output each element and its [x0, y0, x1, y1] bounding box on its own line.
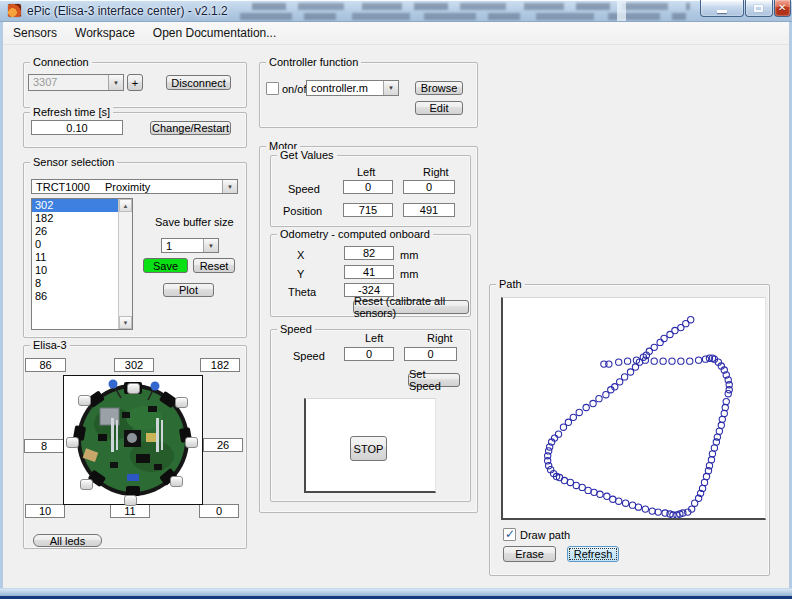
chevron-down-icon: [222, 180, 237, 193]
get-values-right-header: Right: [423, 166, 449, 178]
controller-file-select[interactable]: controller.m: [306, 80, 399, 96]
get-position-right-field[interactable]: 491: [403, 203, 455, 217]
aero-glass-highlight: [617, 0, 626, 22]
change-restart-button[interactable]: Change/Restart: [150, 121, 231, 135]
save-buffer-size-label: Save buffer size: [155, 216, 234, 228]
controller-function-title: Controller function: [266, 56, 361, 68]
disconnect-button[interactable]: Disconnect: [166, 75, 231, 90]
all-leds-button[interactable]: All leds: [33, 534, 102, 547]
led-button-upper-left[interactable]: [78, 395, 91, 406]
get-speed-label: Speed: [288, 183, 320, 195]
menu-sensors[interactable]: Sensors: [5, 23, 65, 43]
get-speed-right-field[interactable]: 0: [403, 180, 455, 194]
sensor-field-bottom-right[interactable]: 0: [199, 504, 239, 518]
add-port-button[interactable]: +: [127, 74, 143, 91]
menu-bar: Sensors Workspace Open Documentation...: [3, 22, 789, 45]
sensor-field-mid-left[interactable]: 8: [24, 439, 64, 453]
refresh-button[interactable]: Refresh: [567, 546, 619, 562]
sensor-values-listbox[interactable]: 302 182 26 0 11 10 8 86: [31, 198, 133, 330]
list-item[interactable]: 302: [32, 199, 132, 212]
window-title: ePic (Elisa-3 interface center) - v2.1.2: [27, 4, 228, 18]
edit-button[interactable]: Edit: [415, 101, 463, 115]
list-item[interactable]: 86: [32, 290, 132, 303]
sensor-selection-title: Sensor selection: [30, 156, 117, 168]
get-position-label: Position: [283, 205, 322, 217]
list-item[interactable]: 26: [32, 225, 132, 238]
odometry-x-label: X: [297, 249, 304, 261]
sensor-field-bottom-left[interactable]: 10: [25, 504, 65, 518]
odometry-y-field[interactable]: 41: [344, 265, 394, 279]
sensor-type-select[interactable]: TRCT1000 Proximity: [31, 179, 238, 194]
sensor-type-value: TRCT1000: [36, 181, 90, 194]
sensor-field-top-center[interactable]: 302: [114, 358, 154, 372]
list-item[interactable]: 10: [32, 264, 132, 277]
led-button-lower-left[interactable]: [80, 479, 93, 490]
reset-calibrate-button[interactable]: Reset (calibrate all sensors): [353, 300, 469, 314]
menu-open-documentation[interactable]: Open Documentation...: [145, 23, 284, 43]
speed-right-header: Right: [427, 332, 453, 344]
get-position-left-field[interactable]: 715: [343, 203, 393, 217]
elisa3-panel-title: Elisa-3: [30, 339, 70, 351]
list-item[interactable]: 8: [32, 277, 132, 290]
buffer-size-select[interactable]: 1: [161, 238, 219, 253]
get-speed-left-field[interactable]: 0: [343, 180, 393, 194]
path-panel-title: Path: [496, 278, 525, 290]
path-plot: [501, 297, 766, 520]
speed-left-header: Left: [365, 332, 383, 344]
draw-path-checkbox[interactable]: [503, 528, 516, 541]
port-value: 3307: [33, 76, 57, 89]
controller-onoff-checkbox[interactable]: [266, 82, 279, 95]
scrollbar[interactable]: [118, 199, 132, 329]
speed-right-field[interactable]: 0: [404, 347, 457, 361]
sensor-field-bottom-center[interactable]: 11: [110, 504, 150, 518]
maximize-button[interactable]: [745, 0, 773, 17]
controller-file-value: controller.m: [311, 82, 368, 95]
list-item[interactable]: 11: [32, 251, 132, 264]
sensor-mode-value: Proximity: [105, 181, 150, 194]
odometry-x-unit: mm: [400, 249, 418, 261]
sensor-field-top-left[interactable]: 86: [25, 358, 66, 372]
led-button-upper-right[interactable]: [175, 397, 188, 408]
title-bar: ePic (Elisa-3 interface center) - v2.1.2: [0, 0, 792, 22]
get-values-left-header: Left: [357, 166, 375, 178]
led-button-bottom[interactable]: [124, 495, 137, 506]
menu-workspace[interactable]: Workspace: [67, 23, 143, 43]
chevron-down-icon: [108, 75, 123, 90]
sensor-field-mid-right[interactable]: 26: [203, 438, 243, 452]
scroll-down-icon[interactable]: [119, 316, 132, 329]
led-button-lower-right[interactable]: [170, 476, 183, 487]
erase-button[interactable]: Erase: [503, 546, 556, 562]
list-item[interactable]: 182: [32, 212, 132, 225]
refresh-time-title: Refresh time [s]: [30, 106, 113, 118]
chevron-down-icon: [203, 239, 218, 252]
led-button-right[interactable]: [185, 437, 198, 448]
stop-button[interactable]: STOP: [350, 436, 387, 461]
path-plot-svg: [503, 298, 765, 518]
odometry-y-unit: mm: [400, 268, 418, 280]
odometry-x-field[interactable]: 82: [344, 246, 394, 260]
save-button[interactable]: Save: [143, 258, 188, 273]
window-border-bottom: [0, 588, 792, 596]
app-icon: [8, 4, 21, 17]
odometry-title: Odometry - computed onboard: [277, 228, 433, 240]
browse-button[interactable]: Browse: [415, 81, 463, 95]
close-button[interactable]: [774, 0, 791, 17]
plot-button[interactable]: Plot: [163, 283, 214, 297]
minimize-button[interactable]: [700, 0, 744, 17]
set-speed-button[interactable]: Set Speed: [408, 373, 460, 387]
led-button-top[interactable]: [127, 383, 140, 394]
buffer-size-value: 1: [166, 240, 172, 253]
refresh-time-input[interactable]: 0.10: [31, 120, 123, 135]
port-select[interactable]: 3307: [28, 74, 124, 91]
client-area: Connection 3307 + Disconnect Refresh tim…: [3, 45, 789, 588]
sensor-field-top-right[interactable]: 182: [200, 358, 240, 372]
list-item[interactable]: 0: [32, 238, 132, 251]
speed-label: Speed: [293, 350, 325, 362]
connection-panel-title: Connection: [30, 56, 92, 68]
speed-left-field[interactable]: 0: [344, 347, 394, 361]
chevron-down-icon: [383, 81, 398, 95]
odometry-y-label: Y: [297, 268, 304, 280]
led-button-left[interactable]: [66, 437, 79, 448]
scroll-up-icon[interactable]: [119, 199, 132, 212]
reset-button[interactable]: Reset: [193, 258, 235, 273]
